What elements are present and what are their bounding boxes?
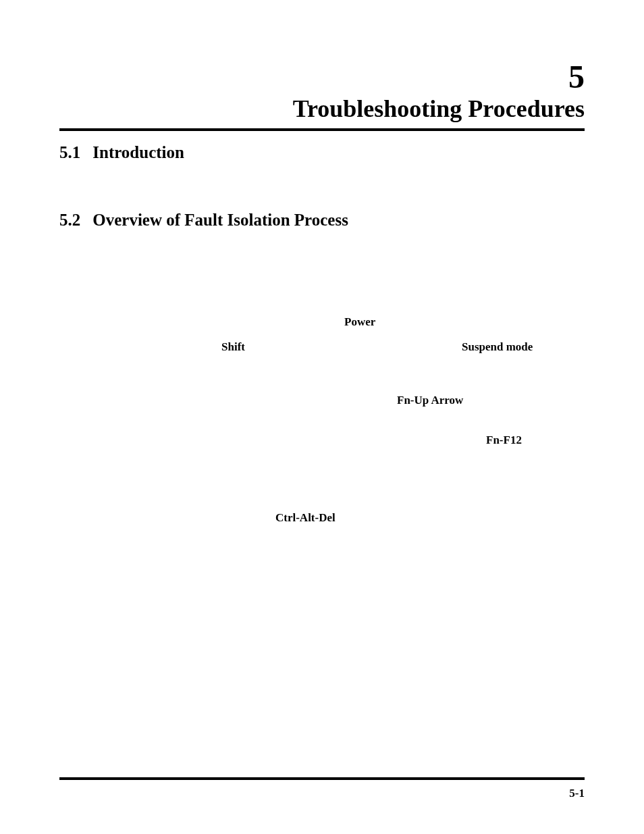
section-number: 5.1	[59, 143, 80, 162]
keyword-shift: Shift	[221, 338, 245, 357]
section-heading-overview: 5.2 Overview of Fault Isolation Process	[59, 211, 585, 230]
bottom-rule	[59, 777, 585, 780]
section-number: 5.2	[59, 211, 80, 230]
keyword-power: Power	[344, 313, 375, 332]
section-heading-intro: 5.1 Introduction	[59, 143, 585, 162]
keyword-fn-f12: Fn-F12	[486, 431, 522, 450]
section-title: Introduction	[92, 143, 184, 162]
chapter-rule	[59, 128, 585, 131]
keyword-ctrl-alt-del: Ctrl-Alt-Del	[275, 509, 336, 528]
keyword-fn-up-arrow: Fn-Up Arrow	[397, 391, 463, 411]
document-page: 5 Troubleshooting Procedures 5.1 Introdu…	[0, 0, 644, 834]
keyword-suspend-mode: Suspend mode	[462, 338, 533, 357]
chapter-title: Troubleshooting Procedures	[59, 96, 585, 123]
chapter-number: 5	[59, 61, 585, 93]
section-title: Overview of Fault Isolation Process	[92, 211, 348, 230]
page-number: 5-1	[569, 787, 585, 800]
